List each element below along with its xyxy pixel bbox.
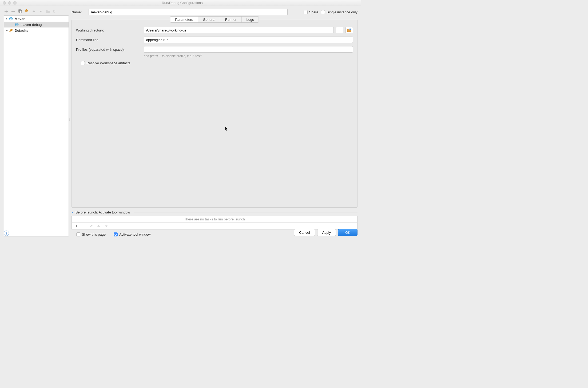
sort-alpha-button: az	[52, 9, 57, 14]
tasks-empty-text: There are no tasks to run before launch	[72, 216, 357, 222]
parameters-body: Working directory: ... Command line: Pro…	[72, 20, 357, 69]
chevron-down-icon[interactable]: ▼	[71, 211, 74, 214]
command-line-label: Command line:	[76, 38, 142, 42]
tab-logs[interactable]: Logs	[241, 16, 259, 23]
name-input[interactable]	[89, 9, 288, 15]
window-title: Run/Debug Configurations	[3, 1, 361, 5]
tree-label: Defaults	[15, 29, 28, 33]
add-config-button[interactable]	[4, 9, 9, 14]
remove-config-button[interactable]	[11, 9, 15, 14]
tasks-toolbar	[72, 222, 357, 229]
activate-tool-window-label: Activate tool window	[119, 232, 151, 236]
folder-button	[45, 9, 50, 14]
resolve-workspace-checkbox-input[interactable]	[81, 61, 85, 65]
right-pane: Name: Share Single instance only Paramet…	[69, 6, 361, 239]
titlebar: Run/Debug Configurations	[0, 0, 361, 6]
apply-button[interactable]: Apply	[317, 229, 336, 236]
config-tree[interactable]: ▼ Maven maven-debug ▶ Defaults	[4, 15, 69, 236]
resolve-workspace-checkbox[interactable]: Resolve Workspace artifacts	[81, 61, 353, 65]
wrench-icon	[9, 28, 13, 33]
name-label: Name:	[71, 10, 86, 14]
svg-text:z: z	[54, 11, 55, 13]
browse-button[interactable]: ...	[336, 27, 343, 33]
share-checkbox[interactable]: Share	[304, 10, 319, 14]
chevron-down-icon[interactable]: ▼	[5, 17, 8, 20]
share-label: Share	[309, 10, 319, 14]
show-this-page-input[interactable]	[76, 232, 80, 236]
single-instance-checkbox[interactable]: Single instance only	[321, 10, 357, 14]
tree-label: Maven	[15, 17, 25, 21]
single-instance-label: Single instance only	[327, 10, 357, 14]
command-line-input[interactable]	[144, 37, 353, 43]
maven-icon	[9, 17, 13, 21]
tree-node-maven-debug[interactable]: maven-debug	[4, 22, 69, 27]
profiles-label: Profiles (separated with space):	[76, 47, 142, 52]
edit-task-button	[89, 224, 94, 228]
chevron-right-icon[interactable]: ▶	[5, 29, 8, 32]
cancel-button[interactable]: Cancel	[294, 229, 315, 236]
tab-general[interactable]: General	[198, 16, 220, 23]
insert-path-macro-button[interactable]	[345, 27, 353, 33]
working-dir-label: Working directory:	[76, 28, 142, 32]
move-down-button	[38, 9, 43, 14]
add-task-button[interactable]	[74, 224, 79, 228]
tab-parameters[interactable]: Parameters	[170, 16, 198, 23]
show-this-page-checkbox[interactable]: Show this page	[76, 232, 106, 236]
show-this-page-label: Show this page	[82, 232, 106, 236]
activate-tool-window-input[interactable]	[114, 232, 118, 236]
tree-toolbar: az	[4, 8, 69, 15]
share-checkbox-input[interactable]	[304, 10, 308, 14]
ok-button[interactable]: OK	[338, 229, 357, 236]
svg-rect-7	[349, 29, 351, 30]
activate-tool-window-checkbox[interactable]: Activate tool window	[114, 232, 151, 236]
name-row: Name: Share Single instance only	[71, 8, 357, 16]
remove-task-button	[81, 224, 86, 228]
tree-node-defaults[interactable]: ▶ Defaults	[4, 27, 69, 33]
tab-panel: Parameters General Runner Logs Working d…	[71, 20, 357, 208]
tab-runner[interactable]: Runner	[220, 16, 242, 23]
maven-icon	[15, 22, 19, 27]
single-instance-checkbox-input[interactable]	[321, 10, 325, 14]
section-rule	[134, 212, 357, 212]
resolve-workspace-label: Resolve Workspace artifacts	[86, 61, 130, 65]
content: az ▼ Maven maven-debug ▶	[0, 6, 361, 239]
help-button[interactable]: ?	[4, 231, 9, 236]
profiles-input[interactable]	[144, 46, 353, 53]
tree-node-maven[interactable]: ▼ Maven	[4, 16, 69, 22]
dialog-buttons: Cancel Apply OK	[294, 229, 357, 236]
left-pane: az ▼ Maven maven-debug ▶	[0, 6, 69, 239]
tabbar: Parameters General Runner Logs	[170, 16, 259, 23]
svg-rect-1	[19, 10, 22, 13]
save-template-button[interactable]	[25, 9, 29, 14]
working-dir-input[interactable]	[144, 27, 334, 33]
profiles-hint: add prefix '-' to disable profile, e.g. …	[144, 54, 353, 58]
before-launch-header[interactable]: ▼ Before launch: Activate tool window	[71, 210, 357, 214]
task-up-button	[96, 224, 101, 228]
copy-config-button[interactable]	[18, 9, 22, 14]
before-launch-tasks: There are no tasks to run before launch	[71, 216, 357, 230]
task-down-button	[104, 224, 109, 228]
move-up-button	[31, 9, 36, 14]
tree-label: maven-debug	[21, 23, 42, 27]
before-launch-title: Before launch: Activate tool window	[76, 210, 130, 214]
